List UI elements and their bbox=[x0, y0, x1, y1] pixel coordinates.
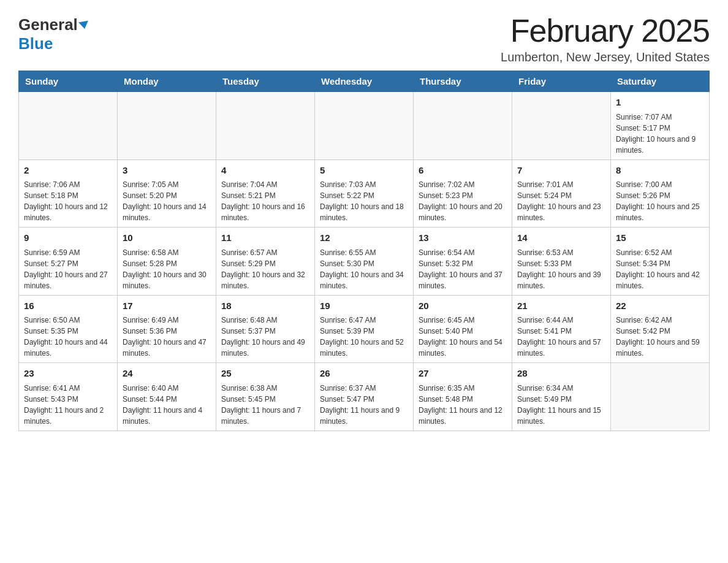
calendar-cell bbox=[118, 92, 216, 160]
day-info: Sunrise: 6:42 AMSunset: 5:42 PMDaylight:… bbox=[616, 315, 704, 359]
calendar-cell: 12Sunrise: 6:55 AMSunset: 5:30 PMDayligh… bbox=[315, 228, 414, 296]
calendar-cell: 26Sunrise: 6:37 AMSunset: 5:47 PMDayligh… bbox=[315, 363, 414, 431]
day-number: 7 bbox=[517, 164, 605, 178]
day-number: 26 bbox=[320, 367, 408, 381]
location-text: Lumberton, New Jersey, United States bbox=[501, 50, 710, 64]
logo-triangle-icon bbox=[78, 20, 89, 29]
calendar-cell: 9Sunrise: 6:59 AMSunset: 5:27 PMDaylight… bbox=[19, 228, 118, 296]
calendar-cell: 23Sunrise: 6:41 AMSunset: 5:43 PMDayligh… bbox=[19, 363, 118, 431]
day-info: Sunrise: 6:41 AMSunset: 5:43 PMDaylight:… bbox=[24, 383, 112, 427]
title-block: February 2025 Lumberton, New Jersey, Uni… bbox=[501, 12, 710, 64]
day-number: 15 bbox=[616, 231, 704, 245]
day-number: 9 bbox=[24, 231, 112, 245]
calendar-cell bbox=[414, 92, 512, 160]
day-number: 14 bbox=[517, 231, 605, 245]
day-header-wednesday: Wednesday bbox=[315, 71, 414, 92]
calendar-cell: 20Sunrise: 6:45 AMSunset: 5:40 PMDayligh… bbox=[414, 295, 512, 363]
logo-general-text: General bbox=[18, 15, 78, 34]
day-number: 3 bbox=[123, 164, 211, 178]
calendar-cell: 18Sunrise: 6:48 AMSunset: 5:37 PMDayligh… bbox=[216, 295, 315, 363]
page-header: General Blue February 2025 Lumberton, Ne… bbox=[18, 12, 710, 64]
day-number: 2 bbox=[24, 164, 112, 178]
day-number: 12 bbox=[320, 231, 408, 245]
day-info: Sunrise: 6:55 AMSunset: 5:30 PMDaylight:… bbox=[320, 247, 408, 291]
calendar-cell: 2Sunrise: 7:06 AMSunset: 5:18 PMDaylight… bbox=[19, 159, 118, 228]
day-header-saturday: Saturday bbox=[611, 71, 710, 92]
day-info: Sunrise: 6:53 AMSunset: 5:33 PMDaylight:… bbox=[517, 247, 605, 291]
calendar-cell bbox=[315, 92, 414, 160]
logo-blue-text: Blue bbox=[18, 34, 53, 53]
day-info: Sunrise: 6:37 AMSunset: 5:47 PMDaylight:… bbox=[320, 383, 408, 427]
calendar-cell bbox=[611, 363, 710, 431]
calendar-cell: 4Sunrise: 7:04 AMSunset: 5:21 PMDaylight… bbox=[216, 159, 315, 228]
day-info: Sunrise: 6:45 AMSunset: 5:40 PMDaylight:… bbox=[419, 315, 507, 359]
calendar-cell: 24Sunrise: 6:40 AMSunset: 5:44 PMDayligh… bbox=[118, 363, 216, 431]
month-title: February 2025 bbox=[501, 12, 710, 49]
day-info: Sunrise: 7:00 AMSunset: 5:26 PMDaylight:… bbox=[616, 179, 704, 223]
day-info: Sunrise: 6:44 AMSunset: 5:41 PMDaylight:… bbox=[517, 315, 605, 359]
calendar-cell: 6Sunrise: 7:02 AMSunset: 5:23 PMDaylight… bbox=[414, 159, 512, 228]
day-info: Sunrise: 7:04 AMSunset: 5:21 PMDaylight:… bbox=[221, 179, 309, 223]
day-number: 13 bbox=[419, 231, 507, 245]
day-info: Sunrise: 6:50 AMSunset: 5:35 PMDaylight:… bbox=[24, 315, 112, 359]
calendar-cell: 14Sunrise: 6:53 AMSunset: 5:33 PMDayligh… bbox=[512, 228, 611, 296]
day-header-sunday: Sunday bbox=[19, 71, 118, 92]
day-number: 21 bbox=[517, 299, 605, 313]
day-header-monday: Monday bbox=[118, 71, 216, 92]
day-info: Sunrise: 7:02 AMSunset: 5:23 PMDaylight:… bbox=[419, 179, 507, 223]
calendar-table: SundayMondayTuesdayWednesdayThursdayFrid… bbox=[18, 71, 710, 431]
day-number: 19 bbox=[320, 299, 408, 313]
calendar-cell: 25Sunrise: 6:38 AMSunset: 5:45 PMDayligh… bbox=[216, 363, 315, 431]
calendar-cell: 22Sunrise: 6:42 AMSunset: 5:42 PMDayligh… bbox=[611, 295, 710, 363]
calendar-cell: 5Sunrise: 7:03 AMSunset: 5:22 PMDaylight… bbox=[315, 159, 414, 228]
logo: General Blue bbox=[18, 12, 89, 53]
calendar-cell: 17Sunrise: 6:49 AMSunset: 5:36 PMDayligh… bbox=[118, 295, 216, 363]
day-number: 5 bbox=[320, 164, 408, 178]
day-number: 11 bbox=[221, 231, 309, 245]
day-info: Sunrise: 6:47 AMSunset: 5:39 PMDaylight:… bbox=[320, 315, 408, 359]
calendar-week-2: 2Sunrise: 7:06 AMSunset: 5:18 PMDaylight… bbox=[19, 159, 710, 228]
day-info: Sunrise: 7:03 AMSunset: 5:22 PMDaylight:… bbox=[320, 179, 408, 223]
day-info: Sunrise: 7:05 AMSunset: 5:20 PMDaylight:… bbox=[123, 179, 211, 223]
calendar-cell: 1Sunrise: 7:07 AMSunset: 5:17 PMDaylight… bbox=[611, 92, 710, 160]
day-number: 23 bbox=[24, 367, 112, 381]
day-info: Sunrise: 6:52 AMSunset: 5:34 PMDaylight:… bbox=[616, 247, 704, 291]
calendar-week-1: 1Sunrise: 7:07 AMSunset: 5:17 PMDaylight… bbox=[19, 92, 710, 160]
calendar-cell: 8Sunrise: 7:00 AMSunset: 5:26 PMDaylight… bbox=[611, 159, 710, 228]
calendar-cell: 21Sunrise: 6:44 AMSunset: 5:41 PMDayligh… bbox=[512, 295, 611, 363]
calendar-cell: 15Sunrise: 6:52 AMSunset: 5:34 PMDayligh… bbox=[611, 228, 710, 296]
day-info: Sunrise: 6:54 AMSunset: 5:32 PMDaylight:… bbox=[419, 247, 507, 291]
day-number: 8 bbox=[616, 164, 704, 178]
day-number: 4 bbox=[221, 164, 309, 178]
calendar-cell: 19Sunrise: 6:47 AMSunset: 5:39 PMDayligh… bbox=[315, 295, 414, 363]
day-number: 27 bbox=[419, 367, 507, 381]
day-number: 28 bbox=[517, 367, 605, 381]
day-info: Sunrise: 6:38 AMSunset: 5:45 PMDaylight:… bbox=[221, 383, 309, 427]
calendar-cell: 10Sunrise: 6:58 AMSunset: 5:28 PMDayligh… bbox=[118, 228, 216, 296]
day-info: Sunrise: 7:01 AMSunset: 5:24 PMDaylight:… bbox=[517, 179, 605, 223]
day-number: 6 bbox=[419, 164, 507, 178]
day-number: 22 bbox=[616, 299, 704, 313]
calendar-week-5: 23Sunrise: 6:41 AMSunset: 5:43 PMDayligh… bbox=[19, 363, 710, 431]
day-info: Sunrise: 7:06 AMSunset: 5:18 PMDaylight:… bbox=[24, 179, 112, 223]
calendar-cell: 16Sunrise: 6:50 AMSunset: 5:35 PMDayligh… bbox=[19, 295, 118, 363]
calendar-cell bbox=[216, 92, 315, 160]
day-number: 20 bbox=[419, 299, 507, 313]
day-info: Sunrise: 6:40 AMSunset: 5:44 PMDaylight:… bbox=[123, 383, 211, 427]
day-number: 24 bbox=[123, 367, 211, 381]
calendar-cell: 13Sunrise: 6:54 AMSunset: 5:32 PMDayligh… bbox=[414, 228, 512, 296]
calendar-week-3: 9Sunrise: 6:59 AMSunset: 5:27 PMDaylight… bbox=[19, 228, 710, 296]
calendar-week-4: 16Sunrise: 6:50 AMSunset: 5:35 PMDayligh… bbox=[19, 295, 710, 363]
day-number: 18 bbox=[221, 299, 309, 313]
day-header-friday: Friday bbox=[512, 71, 611, 92]
calendar-cell bbox=[19, 92, 118, 160]
day-header-tuesday: Tuesday bbox=[216, 71, 315, 92]
day-number: 25 bbox=[221, 367, 309, 381]
calendar-cell: 28Sunrise: 6:34 AMSunset: 5:49 PMDayligh… bbox=[512, 363, 611, 431]
calendar-header-row: SundayMondayTuesdayWednesdayThursdayFrid… bbox=[19, 71, 710, 92]
day-number: 1 bbox=[616, 96, 704, 110]
day-info: Sunrise: 6:34 AMSunset: 5:49 PMDaylight:… bbox=[517, 383, 605, 427]
day-header-thursday: Thursday bbox=[414, 71, 512, 92]
day-info: Sunrise: 6:48 AMSunset: 5:37 PMDaylight:… bbox=[221, 315, 309, 359]
day-info: Sunrise: 6:58 AMSunset: 5:28 PMDaylight:… bbox=[123, 247, 211, 291]
